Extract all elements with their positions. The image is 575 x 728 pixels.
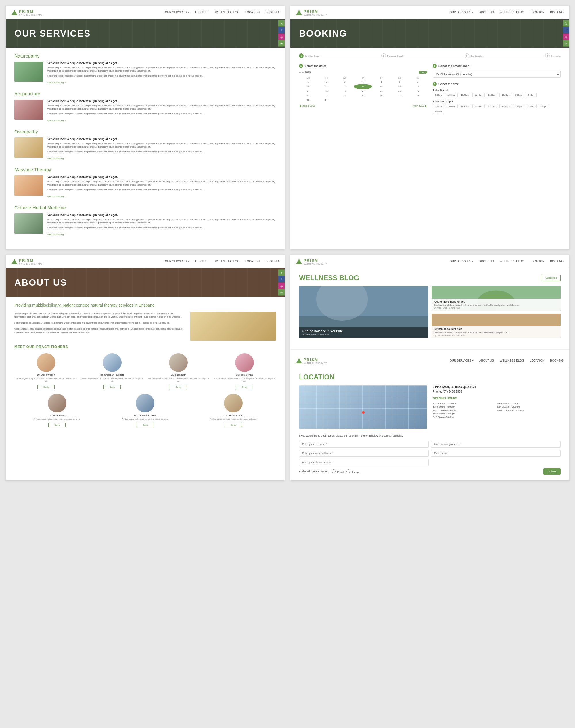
slot-t-3pm[interactable]: 3:00pm: [538, 104, 549, 108]
step-3[interactable]: 3 Confirmation: [465, 54, 483, 58]
slot-1045am[interactable]: 10:45am: [459, 93, 471, 97]
nav-about-us[interactable]: ABOUT US: [195, 11, 209, 14]
cal-cell-14[interactable]: 14: [409, 84, 427, 89]
location-nav-wellness[interactable]: WELLNESS BLOG: [500, 359, 524, 362]
twitter-icon[interactable]: 𝕏: [278, 21, 284, 27]
slot-t-12pm[interactable]: 12:00pm: [499, 104, 512, 108]
prev-month-btn[interactable]: ◀ March 2019: [299, 104, 315, 107]
cal-cell-10[interactable]: 10: [336, 84, 354, 89]
wellness-nav-services[interactable]: OUR SERVICES ▾: [450, 260, 474, 263]
about-nav-wellness[interactable]: WELLNESS BLOG: [215, 260, 239, 263]
full-name-input[interactable]: [299, 441, 429, 448]
cal-cell-2[interactable]: 2: [317, 80, 336, 84]
wellness-nav-about[interactable]: ABOUT US: [479, 260, 494, 263]
wellness-nav-wellness[interactable]: WELLNESS BLOG: [500, 260, 524, 263]
slot-9am[interactable]: 9:00am: [433, 93, 444, 97]
service-link-osteopathy[interactable]: Make a booking →: [47, 157, 67, 160]
slot-t-1130am[interactable]: 11:30am: [486, 104, 498, 108]
prac-book-btn-5[interactable]: Book: [48, 423, 66, 427]
service-link-acupuncture[interactable]: Make a booking →: [47, 119, 67, 122]
cal-cell-15[interactable]: 15: [299, 89, 317, 94]
booking-nav-wellness[interactable]: WELLNESS BLOG: [500, 11, 524, 14]
cal-cell-9[interactable]: 9: [317, 84, 336, 89]
slot-12pm[interactable]: 12:00pm: [499, 93, 512, 97]
today-badge[interactable]: Today: [418, 71, 427, 74]
prac-book-btn-6[interactable]: Book: [137, 423, 154, 427]
step-2[interactable]: 2 Personal Detail: [381, 54, 403, 58]
slot-t-11am[interactable]: 11:00am: [472, 104, 485, 108]
practitioner-select[interactable]: Dr. Stella Wilson (Naturopathy): [433, 71, 561, 78]
slot-1130am[interactable]: 11:30am: [486, 93, 498, 97]
step-1[interactable]: 1 Booking Detail: [299, 54, 320, 58]
slot-t-1pm[interactable]: 1:00pm: [513, 104, 525, 108]
about-nav-booking[interactable]: BOOKING: [265, 260, 279, 263]
cal-cell-29[interactable]: 29: [299, 98, 317, 102]
about-logo[interactable]: PRISM NATURAL THERAPY: [11, 258, 42, 265]
cal-cell-1[interactable]: 1: [299, 80, 317, 84]
slot-230pm[interactable]: 2:30pm: [526, 93, 537, 97]
slot-t-10am[interactable]: 10:00am: [445, 104, 458, 108]
cal-cell-16[interactable]: 16: [317, 89, 336, 94]
cal-cell-22[interactable]: 22: [299, 94, 317, 98]
cal-cell-25[interactable]: 25: [354, 94, 372, 98]
about-nav-about[interactable]: ABOUT US: [195, 260, 209, 263]
phone-input[interactable]: [299, 459, 429, 466]
instagram-icon[interactable]: ◎: [278, 34, 284, 40]
booking-nav-booking[interactable]: BOOKING: [550, 11, 564, 14]
about-nav-location[interactable]: LOCATION: [245, 260, 260, 263]
prac-book-btn-2[interactable]: Book: [103, 385, 121, 390]
prac-book-btn-3[interactable]: Book: [170, 385, 187, 390]
cal-cell-27[interactable]: 27: [391, 94, 409, 98]
nav-booking[interactable]: BOOKING: [265, 11, 279, 14]
service-link-herbal[interactable]: Make a booking →: [47, 233, 67, 236]
location-nav-location[interactable]: LOCATION: [530, 359, 544, 362]
email-input[interactable]: [299, 450, 429, 457]
cal-cell-24[interactable]: 24: [336, 94, 354, 98]
description-input[interactable]: [431, 450, 561, 457]
booking-instagram-icon[interactable]: ◎: [563, 34, 569, 40]
cal-cell-20[interactable]: 20: [391, 89, 409, 94]
prac-book-btn-7[interactable]: Book: [225, 423, 242, 427]
cal-cell-30[interactable]: 30: [317, 98, 336, 102]
booking-logo[interactable]: PRISM NATURAL THERAPY: [296, 9, 327, 16]
prac-book-btn-4[interactable]: Book: [236, 385, 253, 390]
logo[interactable]: PRISM NATURAL THERAPY: [11, 9, 42, 16]
email-radio[interactable]: [332, 469, 336, 473]
next-month-btn[interactable]: May 2019 ▶: [413, 104, 427, 107]
service-link-massage[interactable]: Make a booking →: [47, 195, 67, 198]
booking-twitter-icon[interactable]: 𝕏: [563, 21, 569, 27]
location-nav-services[interactable]: OUR SERVICES ▾: [450, 359, 474, 362]
about-email-icon[interactable]: ✉: [278, 289, 284, 296]
cal-cell-7[interactable]: 7: [409, 80, 427, 84]
blog-card-2[interactable]: Stretching to fight pain Condimentum ele…: [432, 313, 561, 338]
wellness-nav-booking[interactable]: BOOKING: [550, 260, 564, 263]
cal-cell-6[interactable]: 6: [391, 80, 409, 84]
step-4[interactable]: 4 Complete: [545, 54, 561, 58]
booking-nav-about[interactable]: ABOUT US: [479, 11, 494, 14]
cal-cell-13[interactable]: 13: [391, 84, 409, 89]
cal-cell-11-today[interactable]: 11: [354, 84, 372, 89]
location-nav-booking[interactable]: BOOKING: [550, 359, 564, 362]
blog-card-1[interactable]: A cure that's right for you Condimentum …: [432, 286, 561, 311]
slot-t-9am[interactable]: 9:00am: [433, 104, 444, 108]
nav-location[interactable]: LOCATION: [245, 11, 260, 14]
email-icon[interactable]: ✉: [278, 40, 284, 46]
about-nav-services[interactable]: OUR SERVICES ▾: [165, 260, 189, 263]
slot-10am[interactable]: 10:00am: [445, 93, 458, 97]
cal-cell-8[interactable]: 8: [299, 84, 317, 89]
blog-main-image[interactable]: Finding balance in your life By Stella W…: [299, 286, 428, 338]
about-instagram-icon[interactable]: ◎: [278, 283, 284, 289]
cal-cell-23[interactable]: 23: [317, 94, 336, 98]
about-facebook-icon[interactable]: f: [278, 276, 284, 283]
booking-facebook-icon[interactable]: f: [563, 27, 569, 33]
subscribe-button[interactable]: Subscribe: [542, 275, 561, 281]
cal-cell-17[interactable]: 17: [336, 89, 354, 94]
location-logo[interactable]: PRISM NATURAL THERAPY: [296, 357, 327, 364]
about-twitter-icon[interactable]: 𝕏: [278, 269, 284, 276]
booking-nav-services[interactable]: OUR SERVICES ▾: [450, 11, 474, 14]
cal-cell-21[interactable]: 21: [409, 89, 427, 94]
enquiry-input[interactable]: [431, 441, 561, 448]
cal-cell-3[interactable]: 3: [336, 80, 354, 84]
cal-cell-26[interactable]: 26: [372, 94, 391, 98]
wellness-nav-location[interactable]: LOCATION: [530, 260, 544, 263]
